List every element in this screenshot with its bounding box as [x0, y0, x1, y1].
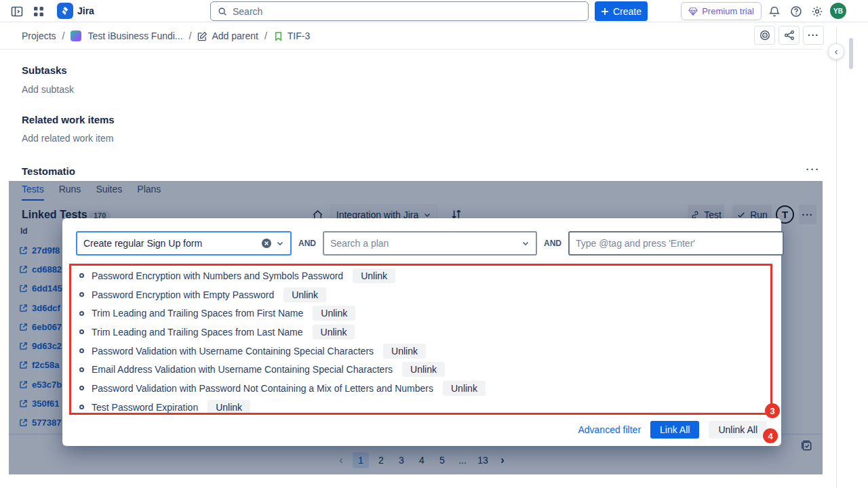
test-title: Password Validation with Password Not Co… [92, 383, 433, 394]
bullet-icon [79, 292, 84, 297]
test-title: Trim Leading and Trailing Spaces from La… [92, 327, 303, 338]
filter-bar: AND AND [76, 231, 784, 256]
gem-icon [688, 7, 698, 16]
issue-key-label: TIF-3 [288, 30, 310, 41]
plus-icon [601, 7, 609, 16]
edit-icon [197, 31, 208, 41]
issue-key-link[interactable]: TIF-3 [273, 30, 310, 41]
advanced-filter-link[interactable]: Advanced filter [578, 424, 641, 435]
modal-footer: Advanced filter Link All Unlink All [578, 421, 767, 439]
unlink-button[interactable]: Unlink [402, 362, 445, 377]
linked-test-row: Trim Leading and Trailing Spaces from La… [79, 323, 486, 342]
unlink-all-button[interactable]: Unlink All [709, 421, 767, 439]
premium-trial-label: Premium trial [702, 6, 754, 16]
eye-icon [760, 30, 770, 41]
breadcrumb-separator: / [264, 30, 267, 41]
unlink-button[interactable]: Unlink [208, 400, 250, 415]
and-operator: AND [298, 239, 316, 248]
test-title: Test Password Expiration [92, 402, 198, 413]
subtasks-heading: Subtasks [22, 64, 67, 76]
unlink-button[interactable]: Unlink [313, 306, 355, 321]
header-divider [0, 49, 823, 49]
and-operator: AND [544, 239, 561, 248]
linked-test-row: Email Address Validation with Username C… [79, 360, 486, 379]
testomatio-heading: Testomatio [22, 165, 75, 177]
premium-trial-button[interactable]: Premium trial [681, 2, 762, 20]
link-tests-modal: AND AND Password Encryption with Numbers… [62, 218, 781, 446]
sidebar-toggle-icon[interactable] [11, 5, 23, 18]
chevron-down-icon[interactable] [276, 239, 284, 247]
test-title: Password Encryption with Empty Password [92, 289, 274, 300]
clear-icon[interactable] [261, 238, 272, 249]
search-icon [218, 7, 227, 16]
tag-filter-field[interactable] [568, 231, 784, 256]
tag-filter-input[interactable] [576, 238, 776, 249]
issue-actions: ··· [754, 26, 824, 45]
bullet-icon [79, 329, 84, 334]
ellipsis-icon: ··· [806, 163, 821, 175]
right-panel-divider [836, 27, 837, 488]
linked-test-row: Password Validation with Username Contai… [79, 342, 486, 361]
test-filter-select[interactable] [76, 231, 292, 256]
global-search[interactable] [210, 1, 589, 21]
bookmark-icon [273, 31, 283, 41]
bullet-icon [79, 348, 84, 353]
chevron-down-icon[interactable] [521, 239, 530, 247]
scrollbar-thumb[interactable] [849, 38, 853, 69]
breadcrumb-separator: / [189, 30, 192, 41]
project-icon [71, 30, 81, 41]
breadcrumb-project[interactable]: Test iBusiness Fundi... [87, 30, 182, 41]
watch-button[interactable] [754, 26, 775, 45]
more-actions-button[interactable]: ··· [803, 26, 824, 45]
link-all-button[interactable]: Link All [650, 421, 699, 439]
test-title: Password Encryption with Numbers and Sym… [92, 270, 343, 281]
linked-test-row: Trim Leading and Trailing Spaces from Fi… [79, 304, 486, 323]
add-parent-button[interactable]: Add parent [197, 30, 258, 41]
app-switcher-icon[interactable] [33, 5, 45, 18]
share-icon [784, 30, 795, 41]
unlink-button[interactable]: Unlink [313, 325, 355, 340]
test-title: Email Address Validation with Username C… [92, 364, 393, 375]
user-avatar[interactable]: YB [830, 3, 846, 19]
jira-logo-icon[interactable] [57, 3, 73, 19]
linked-tests-list: Password Encryption with Numbers and Sym… [79, 266, 486, 417]
bullet-icon [79, 405, 84, 409]
unlink-button[interactable]: Unlink [353, 268, 395, 283]
bullet-icon [79, 386, 84, 390]
test-filter-input[interactable] [83, 238, 257, 249]
add-parent-label: Add parent [212, 30, 258, 41]
test-title: Trim Leading and Trailing Spaces from Fi… [92, 308, 303, 319]
linked-test-row: Test Password Expiration Unlink [79, 398, 486, 417]
bullet-icon [79, 273, 84, 278]
unlink-button[interactable]: Unlink [383, 344, 426, 359]
breadcrumb: Projects / Test iBusiness Fundi... / Add… [22, 28, 310, 43]
testomatio-more-button[interactable]: ··· [803, 163, 823, 177]
settings-gear-icon[interactable] [811, 5, 823, 18]
create-button[interactable]: Create [595, 1, 648, 21]
add-subtask-link[interactable]: Add subtask [22, 84, 74, 95]
create-label: Create [613, 6, 642, 17]
expand-panel-button[interactable]: ‹ [828, 43, 844, 60]
plan-filter-select[interactable] [323, 231, 537, 256]
bullet-icon [79, 311, 84, 316]
bullet-icon [79, 367, 84, 372]
add-related-item-link[interactable]: Add related work item [22, 133, 113, 144]
unlink-button[interactable]: Unlink [283, 287, 326, 302]
test-title: Password Validation with Username Contai… [92, 346, 374, 357]
breadcrumb-projects[interactable]: Projects [22, 30, 56, 41]
linked-test-row: Password Encryption with Empty Password … [79, 285, 486, 304]
share-button[interactable] [778, 26, 800, 45]
help-icon[interactable] [790, 5, 802, 18]
breadcrumb-separator: / [62, 30, 65, 41]
linked-test-row: Password Validation with Password Not Co… [79, 379, 486, 398]
linked-test-row: Password Encryption with Numbers and Sym… [79, 266, 486, 285]
jira-page: Jira Create Premium trial YB Projects / … [0, 0, 868, 488]
top-nav: Jira Create Premium trial YB [0, 0, 868, 22]
chevron-left-icon: ‹ [835, 46, 838, 57]
unlink-button[interactable]: Unlink [443, 381, 486, 396]
plan-filter-input[interactable] [330, 238, 517, 249]
search-input[interactable] [233, 6, 581, 17]
ellipsis-icon: ··· [808, 32, 819, 39]
app-title: Jira [77, 0, 94, 22]
notifications-bell-icon[interactable] [768, 5, 781, 18]
